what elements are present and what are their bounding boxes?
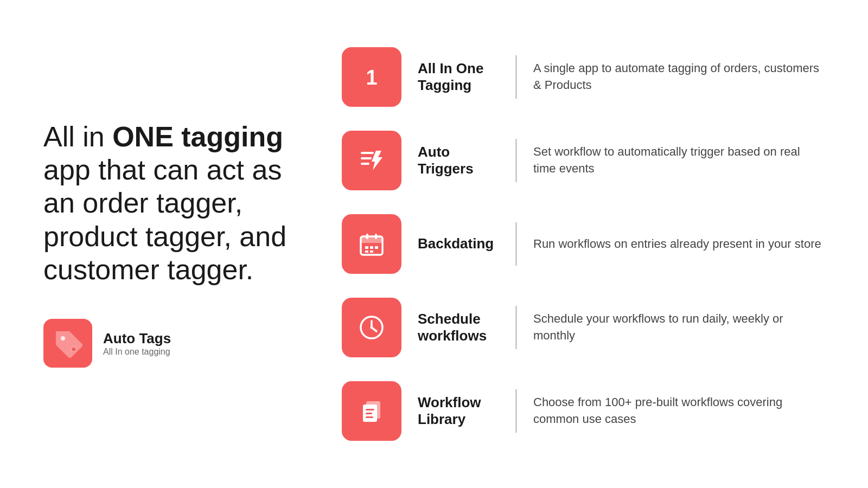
svg-point-2 (72, 347, 75, 351)
svg-rect-6 (361, 163, 369, 165)
feature-divider-1 (515, 55, 517, 99)
calendar-icon (358, 230, 386, 258)
brand-logo (43, 319, 92, 368)
bolt-list-icon (358, 146, 386, 175)
svg-rect-11 (375, 234, 377, 239)
feature-icon-backdating (342, 214, 401, 274)
feature-icon-schedule (342, 298, 401, 357)
svg-rect-15 (365, 251, 368, 253)
svg-rect-16 (370, 251, 373, 253)
feature-divider-5 (515, 389, 517, 433)
feature-icon-library (342, 381, 401, 441)
brand-name: Auto Tags (103, 330, 171, 347)
svg-rect-24 (366, 413, 372, 414)
left-panel: All in ONE tagging app that can act as a… (43, 120, 342, 368)
feature-name-library: WorkflowLibrary (401, 394, 515, 428)
brand-logo-icon (50, 326, 86, 361)
feature-desc-schedule: Schedule your workflows to run daily, we… (533, 311, 825, 344)
feature-icon-auto-triggers (342, 131, 401, 190)
svg-rect-14 (375, 246, 378, 249)
brand-text-block: Auto Tags All In one tagging (103, 330, 171, 357)
feature-name-backdating: Backdating (401, 235, 515, 252)
feature-icon-all-in-one: 1 (342, 47, 401, 107)
library-icon (358, 397, 386, 425)
feature-name-all-in-one: All In OneTagging (401, 60, 515, 94)
feature-divider-4 (515, 306, 517, 349)
svg-point-0 (61, 336, 65, 341)
feature-desc-all-in-one: A single app to automate tagging of orde… (533, 60, 825, 94)
feature-row-schedule: Scheduleworkflows Schedule your workflow… (342, 286, 825, 369)
svg-rect-4 (361, 152, 374, 154)
brand-subtitle: All In one tagging (103, 347, 171, 357)
feature-name-schedule: Scheduleworkflows (401, 311, 515, 344)
svg-rect-13 (370, 246, 373, 249)
feature-divider-2 (515, 139, 517, 182)
feature-row-auto-triggers: AutoTriggers Set workflow to automatical… (342, 119, 825, 202)
brand-row: Auto Tags All In one tagging (43, 319, 320, 368)
main-headline: All in ONE tagging app that can act as a… (43, 120, 320, 287)
page-container: All in ONE tagging app that can act as a… (0, 0, 868, 488)
svg-text:1: 1 (366, 66, 377, 89)
feature-desc-auto-triggers: Set workflow to automatically trigger ba… (533, 144, 825, 177)
number-one-icon: 1 (358, 63, 386, 91)
svg-rect-10 (366, 234, 368, 239)
svg-rect-23 (366, 409, 374, 410)
svg-point-20 (371, 326, 373, 329)
feature-name-auto-triggers: AutoTriggers (401, 144, 515, 177)
right-panel: 1 All In OneTagging A single app to auto… (342, 35, 825, 453)
feature-row-library: WorkflowLibrary Choose from 100+ pre-bui… (342, 369, 825, 453)
headline-bold: ONE tagging (112, 121, 283, 152)
feature-desc-backdating: Run workflows on entries already present… (533, 236, 825, 253)
feature-divider-3 (515, 222, 517, 266)
clock-icon (358, 313, 386, 342)
feature-row-all-in-one: 1 All In OneTagging A single app to auto… (342, 35, 825, 119)
feature-row-backdating: Backdating Run workflows on entries alre… (342, 202, 825, 286)
svg-rect-5 (361, 157, 372, 159)
svg-rect-9 (361, 236, 382, 243)
svg-rect-25 (366, 416, 373, 418)
svg-rect-12 (365, 246, 368, 249)
feature-desc-library: Choose from 100+ pre-built workflows cov… (533, 394, 825, 428)
